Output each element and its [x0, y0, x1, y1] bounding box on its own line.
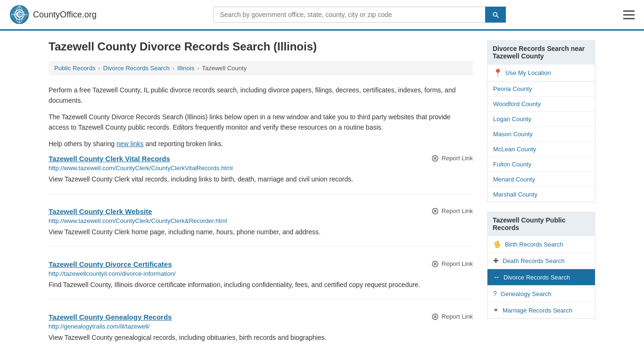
use-location-link[interactable]: Use My Location — [505, 69, 551, 76]
pub-record-item-3[interactable]: ? Genealogy Search — [487, 286, 595, 302]
county-item-0[interactable]: Peoria County — [487, 82, 595, 97]
county-link-5[interactable]: Fulton County — [493, 161, 531, 168]
county-link-0[interactable]: Peoria County — [493, 85, 532, 92]
description-para2: The Tazewell County Divorce Records Sear… — [49, 112, 473, 133]
public-records-section: Tazewell County Public Records 🖐 Birth R… — [487, 212, 595, 319]
report-icon — [431, 155, 439, 162]
main-container: Tazewell County Divorce Records Search (… — [39, 31, 605, 362]
public-records-list: 🖐 Birth Records Search ✚ Death Records S… — [487, 236, 595, 319]
page-title: Tazewell County Divorce Records Search (… — [49, 40, 473, 53]
breadcrumb-illinois[interactable]: Illinois — [177, 65, 194, 72]
result-title-1[interactable]: Tazewell County Clerk Website — [49, 207, 152, 215]
county-list: Peoria CountyWoodford CountyLogan County… — [487, 82, 595, 202]
result-url-1[interactable]: http://www.tazewell.com/CountyClerk/Coun… — [49, 217, 473, 224]
result-desc-0: View Tazewell County Clerk vital records… — [49, 174, 473, 184]
pub-record-icon-0: 🖐 — [493, 240, 501, 248]
county-item-7[interactable]: Marshall County — [487, 187, 595, 202]
county-item-6[interactable]: Menard County — [487, 172, 595, 187]
logo-icon: C — [9, 5, 29, 25]
breadcrumb: Public Records › Divorce Records Search … — [49, 61, 473, 75]
result-header: Tazewell County Clerk Vital Records Repo… — [49, 155, 473, 163]
breadcrumb-divorce-records[interactable]: Divorce Records Search — [103, 65, 170, 72]
county-link-4[interactable]: McLean County — [493, 146, 536, 153]
result-title-2[interactable]: Tazewell County Divorce Certificates — [49, 260, 172, 268]
result-item: Tazewell County Divorce Certificates Rep… — [49, 260, 473, 300]
main-content: Tazewell County Divorce Records Search (… — [49, 40, 473, 362]
county-item-4[interactable]: McLean County — [487, 142, 595, 157]
logo-area[interactable]: C CountyOffice.org — [9, 5, 97, 25]
pub-record-icon-4: ⚭ — [493, 306, 499, 314]
report-link-0[interactable]: Report Link — [431, 155, 473, 162]
result-desc-1: View Tazewell County Clerk home page, in… — [49, 227, 473, 237]
breadcrumb-public-records[interactable]: Public Records — [54, 65, 95, 72]
description-para3: Help others by sharing new links and rep… — [49, 139, 473, 149]
result-title-0[interactable]: Tazewell County Clerk Vital Records — [49, 155, 170, 163]
pub-record-item-0[interactable]: 🖐 Birth Records Search — [487, 236, 595, 253]
search-area — [214, 7, 506, 23]
pub-record-link-1[interactable]: Death Records Search — [503, 257, 565, 264]
county-link-1[interactable]: Woodford County — [493, 100, 541, 107]
pub-record-icon-2: ↔ — [493, 273, 500, 281]
pub-record-link-3[interactable]: Genealogy Search — [501, 290, 552, 297]
description-para1: Perform a free Tazewell County, IL publi… — [49, 85, 473, 106]
pub-record-icon-3: ? — [493, 290, 497, 297]
nearby-section: Divorce Records Search near Tazewell Cou… — [487, 40, 595, 202]
county-item-5[interactable]: Fulton County — [487, 157, 595, 172]
results-list: Tazewell County Clerk Vital Records Repo… — [49, 155, 473, 352]
new-links[interactable]: new links — [116, 140, 144, 148]
site-header: C CountyOffice.org — [0, 0, 644, 31]
result-header: Tazewell County Clerk Website Report Lin… — [49, 207, 473, 215]
result-item: Tazewell County Genealogy Records Report… — [49, 313, 473, 352]
county-item-1[interactable]: Woodford County — [487, 97, 595, 112]
result-title-3[interactable]: Tazewell County Genealogy Records — [49, 313, 172, 321]
search-icon — [492, 11, 499, 18]
result-desc-2: Find Tazewell County, Illinois divorce c… — [49, 280, 473, 290]
result-item: Tazewell County Clerk Website Report Lin… — [49, 207, 473, 247]
report-link-1[interactable]: Report Link — [431, 207, 473, 215]
result-header: Tazewell County Divorce Certificates Rep… — [49, 260, 473, 268]
nearby-title: Divorce Records Search near Tazewell Cou… — [487, 40, 595, 65]
report-link-3[interactable]: Report Link — [431, 313, 473, 321]
result-item: Tazewell County Clerk Vital Records Repo… — [49, 155, 473, 194]
result-url-3[interactable]: http://genealogytrails.com/ill/tazewell/ — [49, 323, 473, 330]
nearby-list: 📍 Use My Location — [487, 65, 595, 82]
breadcrumb-current: Tazewell County — [202, 65, 247, 72]
result-header: Tazewell County Genealogy Records Report… — [49, 313, 473, 321]
search-input[interactable] — [214, 7, 485, 23]
county-item-3[interactable]: Mason County — [487, 127, 595, 142]
location-pin-icon: 📍 — [493, 68, 503, 77]
pub-record-item-2[interactable]: ↔ Divorce Records Search — [487, 269, 595, 286]
pub-record-link-0[interactable]: Birth Records Search — [505, 241, 563, 248]
county-link-3[interactable]: Mason County — [493, 131, 533, 138]
pub-record-icon-1: ✚ — [493, 257, 499, 264]
county-link-7[interactable]: Marshall County — [493, 191, 537, 198]
county-link-6[interactable]: Menard County — [493, 176, 535, 183]
logo-text: CountyOffice.org — [33, 10, 97, 20]
public-records-title: Tazewell County Public Records — [487, 212, 595, 236]
report-icon — [431, 260, 439, 268]
pub-record-link-2[interactable]: Divorce Records Search — [504, 274, 570, 281]
pub-record-item-4[interactable]: ⚭ Marriage Records Search — [487, 302, 595, 318]
result-url-0[interactable]: http://www.tazewell.com/CountyClerk/Coun… — [49, 165, 473, 172]
report-link-2[interactable]: Report Link — [431, 260, 473, 268]
use-location-item[interactable]: 📍 Use My Location — [487, 65, 595, 81]
pub-record-link-4[interactable]: Marriage Records Search — [503, 307, 572, 314]
sidebar: Divorce Records Search near Tazewell Cou… — [487, 40, 595, 362]
county-link-2[interactable]: Logan County — [493, 115, 531, 123]
county-item-2[interactable]: Logan County — [487, 112, 595, 127]
report-icon — [431, 313, 439, 321]
report-icon — [431, 207, 439, 215]
search-button[interactable] — [485, 7, 506, 23]
pub-record-item-1[interactable]: ✚ Death Records Search — [487, 253, 595, 269]
hamburger-menu[interactable] — [623, 10, 635, 19]
result-url-2[interactable]: http://tazewellcountyil.com/divorce-info… — [49, 270, 473, 277]
result-desc-3: View Tazewell County genealogical record… — [49, 333, 473, 343]
